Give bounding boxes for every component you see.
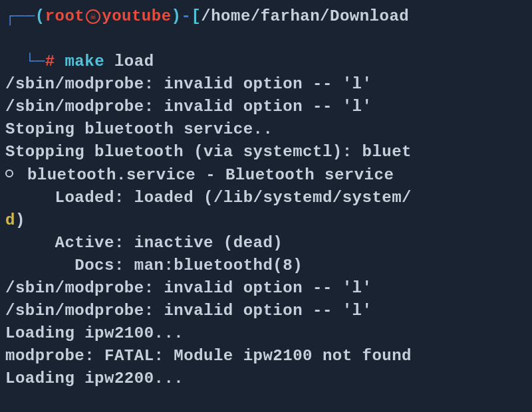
output-line: /sbin/modprobe: invalid option -- 'l' — [5, 96, 532, 118]
output-line: Loaded: loaded (/lib/systemd/system/ — [5, 187, 532, 209]
prompt-corner-side: └─ — [25, 52, 45, 70]
output-line: /sbin/modprobe: invalid option -- 'l' — [5, 277, 532, 300]
paren-open: ( — [35, 5, 45, 28]
prompt-dash: - — [181, 5, 191, 28]
prompt-hash: # — [45, 52, 55, 70]
bullet-icon — [5, 169, 13, 177]
prompt-corner-top: ┌── — [5, 5, 35, 28]
output-line: Stopping bluetooth (via systemctl): blue… — [5, 141, 532, 163]
output-line: Docs: man:bluetoothd(8) — [5, 255, 532, 277]
command: make — [65, 52, 104, 70]
prompt-line-1: ┌──(rootyoutube)-[/home/farhan/Download — [5, 5, 532, 28]
paren-close: ) — [172, 5, 182, 28]
output-line: Loading ipw2200... — [5, 367, 532, 390]
prompt-line-2[interactable]: └─# make load — [5, 28, 532, 73]
prompt-user: root — [45, 5, 85, 28]
prompt-host: youtube — [102, 5, 171, 28]
bracket-open: [ — [191, 5, 201, 28]
skull-icon — [86, 9, 100, 24]
output-line: /sbin/modprobe: invalid option -- 'l' — [5, 73, 532, 96]
output-line: bluetooth.service - Bluetooth service — [5, 164, 532, 187]
output-line: modprobe: FATAL: Module ipw2100 not foun… — [5, 345, 532, 367]
output-line: Stoping bluetooth service.. — [5, 118, 532, 141]
command-args: load — [104, 52, 154, 70]
output-line: Active: inactive (dead) — [5, 232, 532, 255]
output-line: /sbin/modprobe: invalid option -- 'l' — [5, 300, 532, 322]
prompt-path: /home/farhan/Download — [201, 5, 409, 28]
output-line: Loading ipw2100... — [5, 322, 532, 345]
output-line: d) — [5, 209, 532, 232]
